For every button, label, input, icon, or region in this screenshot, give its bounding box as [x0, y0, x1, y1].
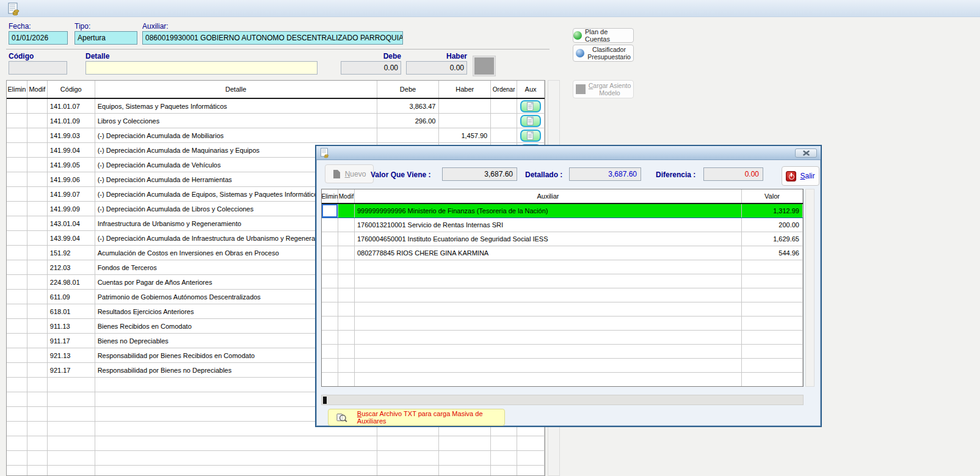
cell-modif[interactable] — [27, 202, 48, 216]
cell-elimin[interactable] — [322, 204, 338, 218]
tipo-field[interactable]: Apertura — [74, 31, 137, 45]
cell-codigo: 141.99.09 — [48, 202, 95, 216]
cell-modif[interactable] — [27, 334, 48, 348]
cell-modif[interactable] — [27, 231, 48, 245]
cell-elimin[interactable] — [7, 99, 27, 113]
detalle-input[interactable] — [85, 61, 318, 75]
cell-modif[interactable] — [27, 246, 48, 260]
cell-ordenar[interactable] — [491, 114, 517, 128]
cell-modif[interactable] — [27, 114, 48, 128]
aux-detail-button[interactable] — [520, 130, 541, 142]
header-codigo: Código — [48, 81, 95, 98]
header-elimin: Elimin — [322, 189, 338, 203]
cell-modif[interactable] — [27, 260, 48, 274]
cell-modif[interactable] — [27, 304, 48, 318]
cell-modif[interactable] — [338, 246, 355, 260]
cell-modif[interactable] — [27, 143, 48, 157]
cell-elimin — [322, 317, 338, 330]
cell-elimin[interactable] — [7, 290, 27, 304]
cell-elimin[interactable] — [7, 172, 27, 186]
auxiliar-empty-row[interactable] — [322, 359, 803, 373]
auxiliar-field[interactable]: 0860019930001 GOBIERNO AUTONOMO DESCENTR… — [142, 31, 403, 45]
cell-elimin[interactable] — [7, 319, 27, 333]
cell-elimin[interactable] — [322, 232, 338, 246]
cell-elimin[interactable] — [7, 304, 27, 318]
fecha-field[interactable]: 01/01/2026 — [9, 31, 68, 45]
cell-elimin[interactable] — [7, 187, 27, 201]
cell-modif[interactable] — [27, 363, 48, 377]
cell-elimin[interactable] — [7, 348, 27, 362]
nuevo-button[interactable]: Nuevo — [325, 164, 374, 183]
auxiliar-label: Auxiliar: — [142, 22, 169, 31]
haber-input[interactable]: 0.00 — [406, 61, 467, 75]
cell-elimin[interactable] — [7, 275, 27, 289]
auxiliar-empty-row[interactable] — [322, 373, 803, 387]
dialog-titlebar[interactable] — [316, 146, 821, 160]
cell-ordenar[interactable] — [491, 99, 517, 113]
cell-modif[interactable] — [27, 319, 48, 333]
cell-modif[interactable] — [27, 99, 48, 113]
clasificador-presupuestario-button[interactable]: Clasificador Presupuestario — [573, 45, 634, 62]
cell-elimin[interactable] — [322, 218, 338, 232]
dialog-grid-hscrollbar[interactable] — [321, 395, 804, 405]
aux-detail-button[interactable] — [520, 115, 541, 127]
auxiliar-table-row[interactable]: 1760013210001 Servicio de Rentas Interna… — [322, 218, 803, 232]
cell-elimin[interactable] — [7, 363, 27, 377]
cargar-asiento-label: Cargar Asiento Modelo — [589, 82, 631, 97]
auxiliar-empty-row[interactable] — [322, 317, 803, 331]
auxiliar-table-row[interactable]: 0802778845 RIOS CHERE GINA KARMINA 544.9… — [322, 246, 803, 260]
salir-button[interactable]: Salir — [782, 166, 819, 186]
cell-elimin[interactable] — [7, 231, 27, 245]
auxiliar-empty-row[interactable] — [322, 274, 803, 288]
cell-codigo: 141.99.03 — [48, 128, 95, 142]
entry-action-button[interactable] — [473, 56, 495, 76]
codigo-input[interactable] — [9, 61, 67, 75]
plan-de-cuentas-button[interactable]: Plan de Cuentas — [573, 28, 634, 43]
auxiliar-empty-row[interactable] — [322, 302, 803, 317]
asiento-table-row[interactable]: 141.99.03 (-) Depreciación Acumulada de … — [7, 128, 545, 143]
auxiliar-empty-row[interactable] — [322, 345, 803, 359]
cell-modif[interactable] — [338, 218, 355, 232]
asiento-empty-row[interactable] — [7, 466, 545, 476]
auxiliar-empty-row[interactable] — [322, 288, 803, 302]
cell-codigo: 141.99.04 — [48, 143, 95, 157]
auxiliar-table-row[interactable]: 1760004650001 Instituto Ecuatoriano de S… — [322, 232, 803, 246]
cell-valor — [742, 260, 803, 274]
buscar-archivo-txt-button[interactable]: Buscar Archivo TXT para carga Masiva de … — [328, 409, 505, 426]
cell-modif[interactable] — [27, 216, 48, 230]
auxiliar-empty-row[interactable] — [322, 331, 803, 345]
asiento-table-row[interactable]: 141.01.07 Equipos, Sistemas y Paquetes I… — [7, 99, 545, 114]
hscroll-thumb[interactable] — [323, 397, 327, 404]
auxiliar-empty-row[interactable] — [322, 260, 803, 274]
cell-elimin[interactable] — [7, 260, 27, 274]
cell-modif[interactable] — [27, 158, 48, 172]
cell-elimin[interactable] — [7, 246, 27, 260]
aux-detail-button[interactable] — [520, 100, 541, 112]
cell-modif[interactable] — [27, 348, 48, 362]
cell-elimin[interactable] — [7, 334, 27, 348]
cell-elimin[interactable] — [7, 143, 27, 157]
asiento-empty-row[interactable] — [7, 451, 545, 466]
cell-modif[interactable] — [338, 232, 355, 246]
cell-elimin[interactable] — [7, 216, 27, 230]
cell-elimin[interactable] — [7, 114, 27, 128]
cargar-asiento-modelo-button[interactable]: Cargar Asiento Modelo — [573, 80, 634, 98]
cell-modif[interactable] — [27, 128, 48, 142]
dialog-close-button[interactable] — [795, 148, 817, 158]
auxiliar-table-row[interactable]: 9999999999996 Ministerio de Finanzas (Te… — [322, 204, 803, 218]
cell-elimin[interactable] — [7, 128, 27, 142]
cell-modif[interactable] — [27, 290, 48, 304]
cell-ordenar[interactable] — [491, 128, 517, 142]
asiento-table-row[interactable]: 141.01.09 Libros y Colecciones 296.00 — [7, 114, 545, 128]
cell-elimin[interactable] — [7, 202, 27, 216]
dialog-grid-scrollbar[interactable] — [805, 189, 815, 387]
cell-modif[interactable] — [27, 187, 48, 201]
journal-document-icon — [7, 2, 21, 16]
cell-modif[interactable] — [27, 172, 48, 186]
asiento-empty-row[interactable] — [7, 436, 545, 451]
cell-modif[interactable] — [338, 204, 355, 218]
cell-modif[interactable] — [27, 275, 48, 289]
cell-elimin[interactable] — [322, 246, 338, 260]
cell-elimin[interactable] — [7, 158, 27, 172]
debe-input[interactable]: 0.00 — [341, 61, 401, 75]
